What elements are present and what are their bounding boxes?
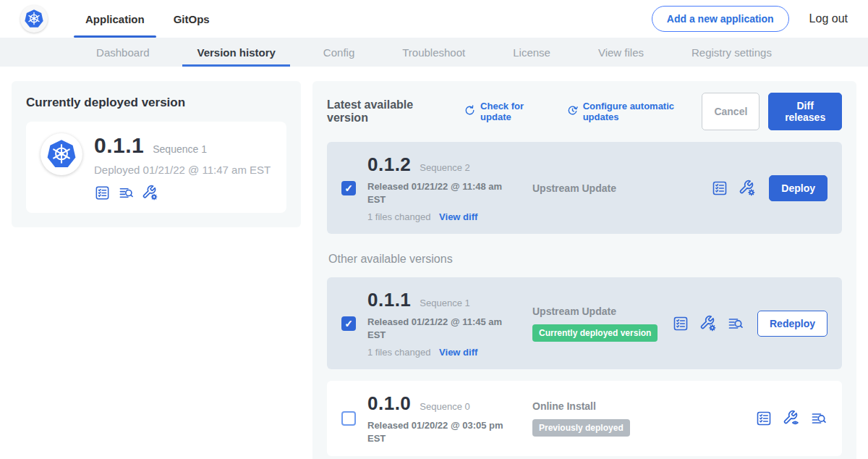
config-settings-icon[interactable] xyxy=(699,315,717,332)
currently-deployed-badge: Currently deployed version xyxy=(532,324,658,342)
tab-version-history[interactable]: Version history xyxy=(182,38,289,67)
version-number: 0.1.1 xyxy=(367,289,411,311)
header-tabs: Application GitOps xyxy=(71,0,224,38)
tab-license[interactable]: License xyxy=(498,38,565,67)
cancel-button[interactable]: Cancel xyxy=(702,93,760,130)
version-checkbox[interactable] xyxy=(341,181,356,195)
app-logo xyxy=(41,133,82,175)
latest-available-title: Latest available version xyxy=(327,98,448,125)
deploy-button[interactable]: Deploy xyxy=(769,175,827,201)
version-row-0-1-0: 0.1.0 Sequence 0 Released 01/20/22 @ 03:… xyxy=(327,381,842,456)
tab-view-files[interactable]: View files xyxy=(584,38,658,67)
released-timestamp: Released 01/21/22 @ 11:45 am EST xyxy=(367,316,512,341)
schedule-update-icon xyxy=(566,104,579,119)
tab-gitops[interactable]: GitOps xyxy=(159,0,224,38)
tab-config[interactable]: Config xyxy=(309,38,369,67)
released-timestamp: Released 01/20/22 @ 03:05 pm EST xyxy=(367,419,512,445)
version-number: 0.1.0 xyxy=(367,392,411,415)
view-files-icon[interactable] xyxy=(727,315,744,332)
view-diff-link[interactable]: View diff xyxy=(439,347,477,358)
files-changed-label: 1 files changed xyxy=(367,347,430,358)
files-changed-label: 1 files changed xyxy=(367,211,430,222)
config-settings-icon[interactable] xyxy=(142,185,158,201)
tab-troubleshoot[interactable]: Troubleshoot xyxy=(388,38,480,67)
sequence-label: Sequence 1 xyxy=(420,298,469,308)
currently-deployed-panel: Currently deployed version xyxy=(12,81,301,227)
config-view-icon[interactable] xyxy=(783,410,800,427)
tab-application[interactable]: Application xyxy=(71,0,159,38)
view-files-icon[interactable] xyxy=(810,410,827,427)
diff-releases-button[interactable]: Diff releases xyxy=(768,93,842,130)
deployed-version-card: 0.1.1 Sequence 1 Deployed 01/21/22 @ 11:… xyxy=(26,122,286,213)
add-new-application-button[interactable]: Add a new application xyxy=(652,6,789,32)
version-history-panel: Latest available version Check for updat… xyxy=(312,81,856,459)
version-checkbox[interactable] xyxy=(341,316,356,331)
app-subnav: Dashboard Version history Config Trouble… xyxy=(0,38,868,67)
deployed-timestamp: Deployed 01/21/22 @ 11:47 am EST xyxy=(94,164,271,176)
configure-automatic-updates-link[interactable]: Configure automatic updates xyxy=(566,101,702,122)
tab-registry-settings[interactable]: Registry settings xyxy=(677,38,786,67)
version-source-label: Online Install xyxy=(532,400,755,412)
kubernetes-logo xyxy=(20,5,48,33)
preflight-checks-icon[interactable] xyxy=(672,315,689,332)
sequence-label: Sequence 0 xyxy=(420,401,469,412)
tab-dashboard[interactable]: Dashboard xyxy=(82,38,163,67)
logout-link[interactable]: Log out xyxy=(809,12,848,25)
view-files-icon[interactable] xyxy=(118,185,135,201)
version-source-label: Upstream Update xyxy=(532,306,672,317)
version-checkbox[interactable] xyxy=(341,411,356,426)
deployed-sequence-label: Sequence 1 xyxy=(153,143,207,155)
previously-deployed-badge: Previously deployed xyxy=(532,419,630,437)
config-settings-icon[interactable] xyxy=(739,180,756,197)
preflight-checks-icon[interactable] xyxy=(711,180,728,197)
redeploy-button[interactable]: Redeploy xyxy=(757,311,827,337)
released-timestamp: Released 01/21/22 @ 11:48 am EST xyxy=(367,180,512,206)
version-number: 0.1.2 xyxy=(367,153,411,176)
version-source-label: Upstream Update xyxy=(532,182,711,194)
deployed-version-number: 0.1.1 xyxy=(94,133,144,158)
top-header: Application GitOps Add a new application… xyxy=(0,0,868,38)
currently-deployed-title: Currently deployed version xyxy=(26,96,286,110)
version-row-0-1-1: 0.1.1 Sequence 1 Released 01/21/22 @ 11:… xyxy=(327,277,842,369)
refresh-icon xyxy=(464,104,476,119)
other-available-versions-label: Other available versions xyxy=(328,253,842,266)
preflight-checks-icon[interactable] xyxy=(94,185,111,201)
check-for-update-link[interactable]: Check for update xyxy=(464,101,550,122)
version-row-0-1-2: 0.1.2 Sequence 2 Released 01/21/22 @ 11:… xyxy=(327,142,842,234)
preflight-checks-icon[interactable] xyxy=(755,410,773,427)
view-diff-link[interactable]: View diff xyxy=(439,211,477,222)
sequence-label: Sequence 2 xyxy=(420,162,469,173)
